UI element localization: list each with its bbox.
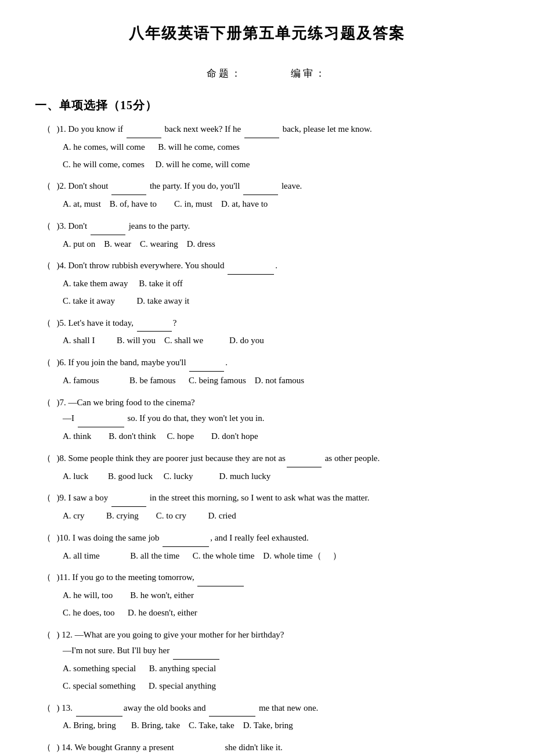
q6-option-a: A. famous B. be famous C. being famous D… (63, 373, 499, 389)
q4-option-c: C. take it away D. take away it (63, 293, 499, 309)
q7-text: )7. —Can we bring food to the cinema? (52, 395, 195, 411)
question-6: （ )6. If you join the band, maybe you'll… (35, 355, 499, 389)
q14-paren: （ (35, 740, 51, 756)
q9-paren: （ (35, 490, 51, 506)
question-5: （ )5. Let's have it today, ? A. shall I … (35, 315, 499, 350)
page-title: 八年级英语下册第五单元练习题及答案 (35, 23, 499, 44)
q11-option-c: C. he does, too D. he doesn't, either (63, 605, 499, 621)
question-12: （ ) 12. —What are you going to give your… (35, 627, 499, 694)
q5-option-a: A. shall I B. will you C. shall we D. do… (63, 333, 499, 349)
q4-option-a: A. take them away B. take it off (63, 276, 499, 292)
q1-option-a: A. he comes, will come B. will he come, … (63, 139, 499, 156)
q3-option-a: A. put on B. wear C. wearing D. dress (63, 236, 499, 253)
q2-text: )2. Don't shout the party. If you do, yo… (52, 178, 302, 195)
q8-option-a: A. luck B. good luck C. lucky D. much lu… (63, 469, 499, 485)
q11-option-a: A. he will, too B. he won't, either (63, 588, 499, 604)
q7-option-a: A. think B. don't think C. hope D. don't… (63, 429, 499, 445)
q7-paren: （ (35, 395, 51, 411)
question-3: （ )3. Don't jeans to the party. A. put o… (35, 218, 499, 253)
q1-text: )1. Do you know if back next week? If he… (52, 121, 372, 138)
q10-option-a: A. all time B. all the time C. the whole… (63, 548, 499, 564)
q6-text: )6. If you join the band, maybe you'll . (52, 355, 228, 372)
question-4: （ )4. Don't throw rubbish everywhere. Yo… (35, 258, 499, 309)
question-14: （ ) 14. We bought Granny a present she d… (35, 740, 499, 756)
q10-paren: （ (35, 530, 51, 546)
q12-paren: （ (35, 627, 51, 643)
q7-sub: —I so. If you do that, they won't let yo… (63, 411, 499, 427)
q12-text: ) 12. —What are you going to give your m… (52, 627, 284, 643)
question-11: （ )11. If you go to the meeting tomorrow… (35, 570, 499, 621)
q11-paren: （ (35, 570, 51, 586)
q13-option-a: A. Bring, bring B. Bring, take C. Take, … (63, 718, 499, 734)
q2-option-a: A. at, must B. of, have to C. in, must D… (63, 196, 499, 213)
question-7: （ )7. —Can we bring food to the cinema? … (35, 395, 499, 445)
q13-text: ) 13. away the old books and me that new… (52, 700, 318, 717)
q9-text: )9. I saw a boy in the street this morni… (52, 490, 369, 507)
q6-paren: （ (35, 355, 51, 371)
q1-paren: （ (35, 121, 51, 138)
q12-sub: —I'm not sure. But I'll buy her (63, 643, 499, 660)
q12-option-c: C. special something D. special anything (63, 678, 499, 694)
q5-paren: （ (35, 315, 51, 332)
q12-option-a: A. something special B. anything special (63, 661, 499, 677)
question-8: （ )8. Some people think they are poorer … (35, 451, 499, 485)
q1-option-c: C. he will come, comes D. will he come, … (63, 157, 499, 173)
q9-option-a: A. cry B. crying C. to cry D. cried (63, 508, 499, 524)
q14-text: ) 14. We bought Granny a present she did… (52, 740, 283, 756)
q2-paren: （ (35, 178, 51, 195)
q3-text: )3. Don't jeans to the party. (52, 218, 190, 235)
q8-text: )8. Some people think they are poorer ju… (52, 451, 380, 467)
question-10: （ )10. I was doing the same job , and I … (35, 530, 499, 564)
q4-paren: （ (35, 258, 51, 274)
q13-paren: （ (35, 700, 51, 717)
q10-text: )10. I was doing the same job , and I re… (52, 530, 309, 547)
q11-text: )11. If you go to the meeting tomorrow, (52, 570, 245, 586)
meta-row: 命题： 编审： (35, 67, 499, 80)
meta-label1: 命题： (207, 68, 243, 79)
q4-text: )4. Don't throw rubbish everywhere. You … (52, 258, 277, 275)
meta-label2: 编审： (291, 68, 327, 79)
q8-paren: （ (35, 451, 51, 467)
q3-paren: （ (35, 218, 51, 235)
question-13: （ ) 13. away the old books and me that n… (35, 700, 499, 735)
question-1: （ )1. Do you know if back next week? If … (35, 121, 499, 172)
q5-text: )5. Let's have it today, ? (52, 315, 176, 332)
question-2: （ )2. Don't shout the party. If you do, … (35, 178, 499, 213)
section1-title: 一、单项选择（15分） (35, 98, 499, 113)
question-9: （ )9. I saw a boy in the street this mor… (35, 490, 499, 524)
